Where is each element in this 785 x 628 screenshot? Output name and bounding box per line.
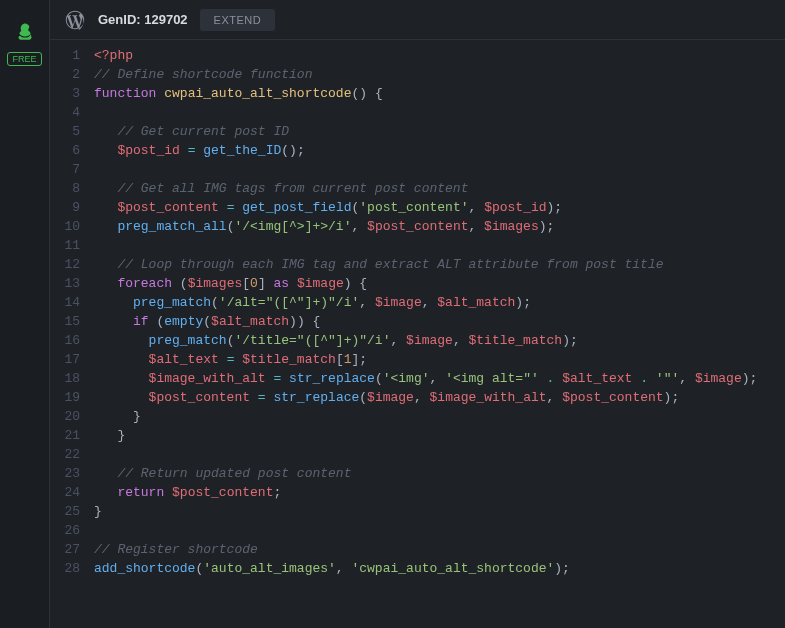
code-line[interactable]: } xyxy=(94,502,785,521)
code-line[interactable]: preg_match('/title="([^"]+)"/i', $image,… xyxy=(94,331,785,350)
code-line[interactable]: $post_content = str_replace($image, $ima… xyxy=(94,388,785,407)
svg-point-1 xyxy=(19,30,30,37)
line-number: 27 xyxy=(50,540,80,559)
left-rail: FREE xyxy=(0,0,50,628)
code-line[interactable]: $image_with_alt = str_replace('<img', '<… xyxy=(94,369,785,388)
code-line[interactable]: // Define shortcode function xyxy=(94,65,785,84)
line-number: 8 xyxy=(50,179,80,198)
code-line[interactable]: } xyxy=(94,426,785,445)
gen-id-label: GenID: 129702 xyxy=(98,12,188,27)
code-line[interactable]: $post_id = get_the_ID(); xyxy=(94,141,785,160)
line-number: 3 xyxy=(50,84,80,103)
code-content[interactable]: <?php// Define shortcode functionfunctio… xyxy=(94,46,785,628)
line-number: 7 xyxy=(50,160,80,179)
code-line[interactable]: // Get current post ID xyxy=(94,122,785,141)
line-number: 22 xyxy=(50,445,80,464)
line-number: 11 xyxy=(50,236,80,255)
code-line[interactable]: // Get all IMG tags from current post co… xyxy=(94,179,785,198)
app-logo-icon[interactable] xyxy=(11,16,39,44)
code-line[interactable]: foreach ($images[0] as $image) { xyxy=(94,274,785,293)
line-number: 21 xyxy=(50,426,80,445)
code-line[interactable]: $alt_text = $title_match[1]; xyxy=(94,350,785,369)
code-line[interactable] xyxy=(94,236,785,255)
code-line[interactable]: // Register shortcode xyxy=(94,540,785,559)
code-line[interactable]: if (empty($alt_match)) { xyxy=(94,312,785,331)
line-number: 16 xyxy=(50,331,80,350)
code-editor[interactable]: 1234567891011121314151617181920212223242… xyxy=(50,40,785,628)
line-number: 6 xyxy=(50,141,80,160)
code-line[interactable]: } xyxy=(94,407,785,426)
code-line[interactable] xyxy=(94,160,785,179)
line-number: 19 xyxy=(50,388,80,407)
header-bar: GenID: 129702 EXTEND xyxy=(50,0,785,40)
line-number: 12 xyxy=(50,255,80,274)
code-line[interactable]: // Return updated post content xyxy=(94,464,785,483)
code-line[interactable]: return $post_content; xyxy=(94,483,785,502)
line-number: 5 xyxy=(50,122,80,141)
main-area: GenID: 129702 EXTEND 1234567891011121314… xyxy=(50,0,785,628)
code-line[interactable] xyxy=(94,103,785,122)
line-number: 9 xyxy=(50,198,80,217)
line-number: 15 xyxy=(50,312,80,331)
line-number: 10 xyxy=(50,217,80,236)
line-number: 17 xyxy=(50,350,80,369)
line-number: 28 xyxy=(50,559,80,578)
line-number: 23 xyxy=(50,464,80,483)
code-line[interactable] xyxy=(94,521,785,540)
code-line[interactable]: preg_match_all('/<img[^>]+>/i', $post_co… xyxy=(94,217,785,236)
line-number: 4 xyxy=(50,103,80,122)
wordpress-icon xyxy=(64,9,86,31)
line-number: 26 xyxy=(50,521,80,540)
line-number: 1 xyxy=(50,46,80,65)
code-line[interactable]: $post_content = get_post_field('post_con… xyxy=(94,198,785,217)
line-number-gutter: 1234567891011121314151617181920212223242… xyxy=(50,46,94,628)
line-number: 13 xyxy=(50,274,80,293)
code-line[interactable]: // Loop through each IMG tag and extract… xyxy=(94,255,785,274)
line-number: 20 xyxy=(50,407,80,426)
free-badge: FREE xyxy=(7,52,41,66)
line-number: 18 xyxy=(50,369,80,388)
line-number: 2 xyxy=(50,65,80,84)
code-line[interactable] xyxy=(94,445,785,464)
extend-button[interactable]: EXTEND xyxy=(200,9,276,31)
line-number: 14 xyxy=(50,293,80,312)
line-number: 24 xyxy=(50,483,80,502)
code-line[interactable]: add_shortcode('auto_alt_images', 'cwpai_… xyxy=(94,559,785,578)
code-line[interactable]: function cwpai_auto_alt_shortcode() { xyxy=(94,84,785,103)
line-number: 25 xyxy=(50,502,80,521)
code-line[interactable]: preg_match('/alt="([^"]+)"/i', $image, $… xyxy=(94,293,785,312)
code-line[interactable]: <?php xyxy=(94,46,785,65)
